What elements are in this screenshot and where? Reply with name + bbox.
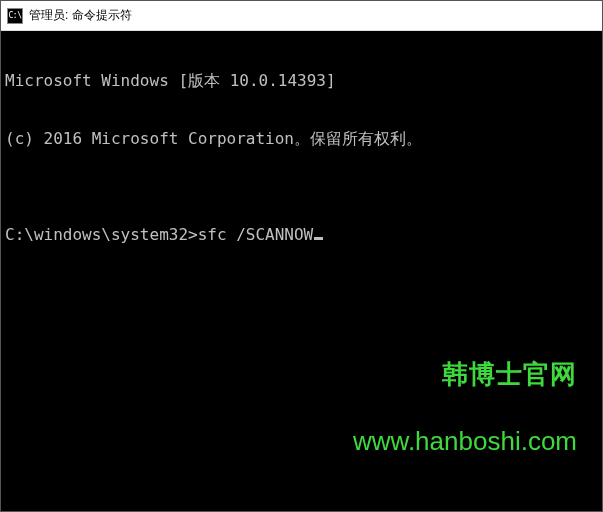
terminal-copyright-line: (c) 2016 Microsoft Corporation。保留所有权利。 [5, 129, 598, 148]
terminal-prompt-line: C:\windows\system32>sfc /SCANNOW [5, 225, 598, 244]
terminal-command[interactable]: sfc /SCANNOW [198, 225, 314, 244]
terminal-prompt: C:\windows\system32> [5, 225, 198, 244]
terminal-version-line: Microsoft Windows [版本 10.0.14393] [5, 71, 598, 90]
window-title: 管理员: 命令提示符 [29, 7, 132, 24]
title-bar[interactable]: C:\ 管理员: 命令提示符 [1, 1, 602, 31]
terminal-area[interactable]: Microsoft Windows [版本 10.0.14393] (c) 20… [1, 31, 602, 511]
cmd-icon: C:\ [7, 8, 23, 24]
terminal-cursor [314, 237, 323, 240]
watermark: 韩博士官网 www.hanboshi.com [353, 321, 577, 497]
watermark-url: www.hanboshi.com [353, 426, 577, 457]
command-prompt-window: C:\ 管理员: 命令提示符 Microsoft Windows [版本 10.… [0, 0, 603, 512]
watermark-text: 韩博士官网 [353, 359, 577, 390]
